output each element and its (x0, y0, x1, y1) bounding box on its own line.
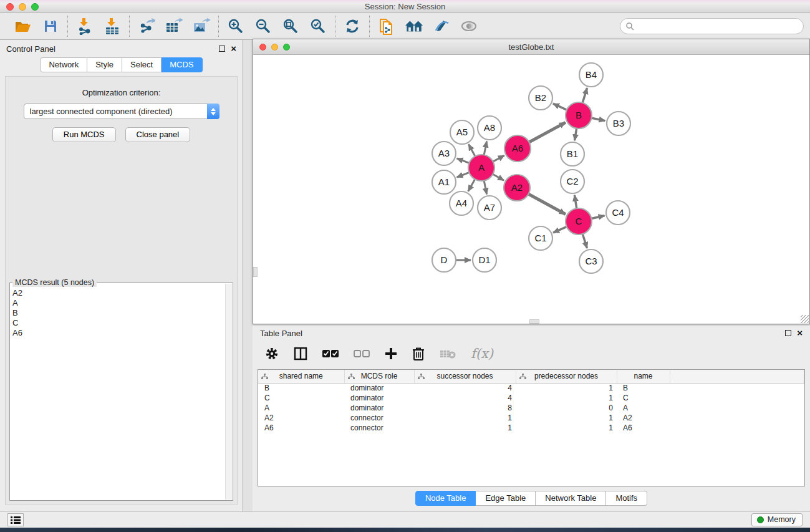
network-canvas[interactable]: B4B2BB3B1A5A8A6A3AA1C2A2A4A7C4CC1C3DD1 (253, 55, 809, 324)
result-item[interactable]: B (12, 308, 225, 318)
eye-icon[interactable] (460, 17, 478, 36)
zoom-in-icon[interactable] (226, 17, 245, 36)
close-panel-button[interactable]: Close panel (125, 127, 191, 142)
graph-node[interactable]: C2 (561, 170, 584, 193)
graph-node[interactable]: A3 (432, 142, 456, 165)
gear-icon[interactable] (265, 347, 279, 360)
table-cell[interactable]: 4 (414, 383, 516, 393)
splitter-nub-left[interactable] (253, 267, 258, 277)
table-cell[interactable]: dominator (344, 393, 414, 403)
table-cell[interactable]: connector (344, 413, 414, 423)
table-cell[interactable]: C (617, 393, 670, 403)
result-item[interactable]: A6 (12, 328, 225, 338)
graph-node[interactable]: C3 (579, 249, 603, 273)
table-row[interactable]: Bdominator41B (258, 383, 804, 393)
table-cell[interactable]: 8 (414, 403, 516, 413)
deselect-all-icon[interactable] (354, 349, 370, 358)
column-header[interactable]: name (617, 370, 670, 383)
export-image-icon[interactable] (192, 17, 211, 36)
column-header[interactable]: successor nodes (414, 370, 516, 383)
table-cell[interactable]: dominator (344, 403, 414, 413)
column-header[interactable]: MCDS role (344, 370, 414, 383)
tab-network[interactable]: Network (40, 57, 87, 72)
delete-column-icon[interactable] (412, 347, 425, 360)
window-resize-grip[interactable] (801, 315, 809, 323)
table-cell[interactable]: 0 (516, 403, 617, 413)
graph-node[interactable]: A5 (450, 120, 474, 144)
home-icon[interactable] (405, 17, 423, 36)
table-cell[interactable]: 4 (414, 393, 516, 403)
graph-node[interactable]: A7 (478, 196, 501, 220)
table-cell[interactable]: A (617, 403, 670, 413)
graph-node[interactable]: A1 (432, 170, 456, 194)
splitter-nub-bottom[interactable] (529, 319, 539, 324)
tab-mcds[interactable]: MCDS (162, 57, 202, 72)
column-header[interactable]: predecessor nodes (516, 370, 617, 383)
graph-node[interactable]: A2 (504, 175, 530, 201)
network-zoom-button[interactable] (283, 44, 290, 51)
table-cell[interactable]: 1 (516, 423, 617, 433)
search-field[interactable] (620, 18, 804, 34)
table-tab-motifs[interactable]: Motifs (606, 491, 647, 506)
table-float-icon[interactable] (785, 330, 791, 336)
float-panel-icon[interactable] (219, 46, 225, 52)
network-minimize-button[interactable] (271, 44, 278, 51)
table-cell[interactable]: 1 (516, 393, 617, 403)
table-cell[interactable]: A (258, 403, 344, 413)
copy-network-icon[interactable] (377, 17, 396, 36)
table-row[interactable]: Adominator80A (258, 403, 804, 413)
column-header[interactable]: shared name (258, 370, 344, 383)
columns-icon[interactable] (294, 347, 307, 360)
graph-node[interactable]: B2 (529, 86, 552, 110)
table-cell[interactable]: A2 (258, 413, 344, 423)
graph-node[interactable]: C4 (606, 201, 630, 225)
graph-node[interactable]: B (566, 102, 592, 128)
table-cell[interactable]: A6 (617, 423, 670, 433)
graph-node[interactable]: A8 (478, 116, 501, 140)
result-item[interactable]: C (12, 318, 225, 328)
table-cell[interactable]: B (617, 383, 670, 393)
graph-node[interactable]: D1 (473, 248, 496, 272)
result-item[interactable]: A2 (12, 288, 225, 298)
graph-node[interactable]: C (566, 208, 592, 235)
zoom-selected-icon[interactable] (309, 17, 327, 36)
table-row[interactable]: A6connector11A6 (258, 423, 804, 433)
graph-node[interactable]: A4 (450, 191, 473, 215)
table-cell[interactable]: dominator (344, 383, 414, 393)
network-close-button[interactable] (259, 44, 266, 51)
close-window-button[interactable] (6, 3, 14, 11)
table-row[interactable]: A2connector11A2 (258, 413, 804, 423)
annotation-hide-icon[interactable] (432, 17, 451, 36)
save-icon[interactable] (41, 17, 60, 36)
table-cell[interactable]: 1 (516, 383, 617, 393)
import-network-icon[interactable] (75, 17, 94, 36)
network-window-titlebar[interactable]: testGlobe.txt (253, 39, 809, 55)
graph-node[interactable]: C1 (529, 226, 552, 250)
table-cell[interactable]: 1 (414, 413, 516, 423)
graph-node[interactable]: D (432, 248, 456, 272)
graph-node[interactable]: B1 (561, 142, 584, 166)
result-scrollbar[interactable] (225, 284, 232, 500)
criterion-dropdown[interactable]: largest connected component (directed) (24, 104, 219, 119)
open-folder-icon[interactable] (14, 17, 32, 36)
graph-node[interactable]: B3 (607, 112, 630, 135)
tab-select[interactable]: Select (122, 57, 162, 72)
minimize-window-button[interactable] (19, 3, 26, 11)
tab-style[interactable]: Style (87, 57, 122, 72)
table-cell[interactable]: 1 (414, 423, 516, 433)
delete-table-icon[interactable] (440, 348, 456, 359)
table-cell[interactable]: 1 (516, 413, 617, 423)
graph-node[interactable]: A6 (504, 135, 531, 162)
import-table-icon[interactable] (103, 17, 122, 36)
task-history-button[interactable] (7, 513, 24, 526)
table-cell[interactable]: B (258, 383, 344, 393)
close-panel-icon[interactable]: × (231, 46, 236, 52)
table-tab-node-table[interactable]: Node Table (415, 491, 476, 506)
graph-node[interactable]: B4 (579, 63, 603, 87)
memory-button[interactable]: Memory (751, 513, 803, 526)
table-cell[interactable]: connector (344, 423, 414, 433)
function-builder-icon[interactable]: f(x) (471, 346, 493, 361)
table-row[interactable]: Cdominator41C (258, 393, 804, 403)
select-all-icon[interactable] (322, 349, 339, 358)
table-tab-edge-table[interactable]: Edge Table (476, 491, 536, 506)
